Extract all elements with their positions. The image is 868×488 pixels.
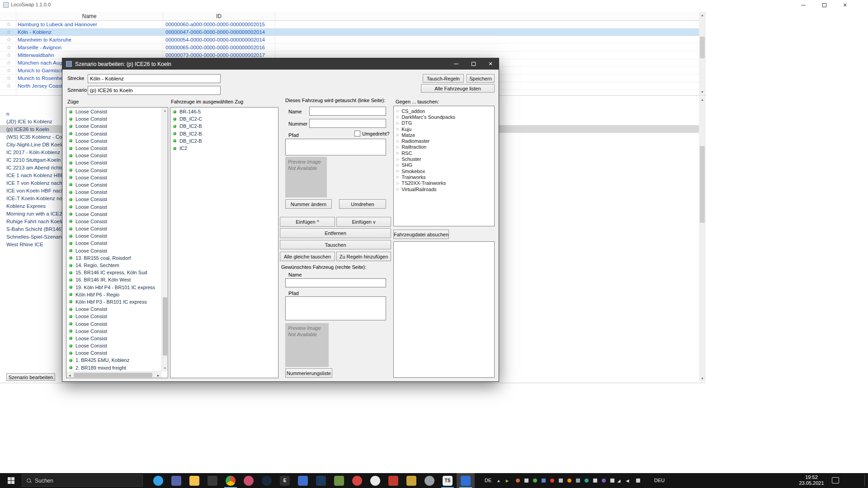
steam-icon[interactable]: [258, 473, 276, 488]
consist-item[interactable]: Loose Consist: [66, 218, 161, 225]
scrollbar-thumb[interactable]: [163, 297, 167, 355]
expand-arrow-icon[interactable]: ▷: [396, 175, 399, 179]
tausch-regeln-button[interactable]: Tausch-Regeln: [423, 74, 464, 83]
consist-item[interactable]: Loose Consist: [66, 181, 161, 188]
left-name-input[interactable]: [309, 107, 386, 116]
minimize-button[interactable]: [793, 0, 814, 10]
consist-item[interactable]: Loose Consist: [66, 174, 161, 181]
tray-icon-9[interactable]: [582, 473, 591, 488]
favorite-star-icon[interactable]: ☆: [6, 67, 14, 74]
edit-scenario-button[interactable]: Szenario bearbeiten: [6, 373, 55, 381]
scroll-down-icon[interactable]: ▼: [699, 375, 706, 382]
hidden-icons-chevron[interactable]: ▲: [496, 473, 505, 488]
scroll-up-icon[interactable]: ▲: [162, 108, 168, 114]
umdrehen-button[interactable]: Umdrehen: [339, 199, 386, 209]
Köln - Koblenz[interactable]: ☆ Köln - Koblenz 00000047-0000-0000-0000…: [0, 28, 699, 36]
favorite-star-icon[interactable]: ☆: [6, 52, 14, 59]
tray-icon-10[interactable]: [591, 473, 599, 488]
chat-app-icon[interactable]: [167, 473, 185, 488]
zuege-horizontal-scrollbar[interactable]: ◀ ▶: [66, 371, 161, 378]
gray-app-icon[interactable]: [420, 473, 439, 488]
scroll-down-icon[interactable]: ▼: [162, 365, 168, 371]
provider-tree-item[interactable]: ▷ RSC: [394, 150, 494, 156]
network-icon[interactable]: ◢: [617, 473, 625, 488]
tray-icon-1[interactable]: [514, 473, 522, 488]
left-nummer-input[interactable]: [309, 119, 386, 128]
vehicle-item[interactable]: DB_IC2-B: [170, 122, 278, 130]
provider-tree-item[interactable]: ▷ DTG: [394, 120, 494, 126]
provider-tree-item[interactable]: ▷ SHG: [394, 162, 494, 168]
dark-app-icon[interactable]: [203, 473, 222, 488]
expand-arrow-icon[interactable]: ▷: [396, 109, 399, 113]
vehicle-item[interactable]: DB_IC2-C: [170, 115, 278, 122]
play-badge-icon[interactable]: ▶: [505, 473, 514, 488]
right-pfad-textarea[interactable]: [285, 296, 386, 320]
provider-tree-item[interactable]: ▷ TS20XX-Trainworks: [394, 180, 494, 186]
consist-item[interactable]: Loose Consist: [66, 247, 161, 254]
consist-item[interactable]: Loose Consist: [66, 159, 161, 166]
consist-item[interactable]: Loose Consist: [66, 137, 161, 145]
consist-item[interactable]: Loose Consist: [66, 115, 161, 122]
vehicle-item[interactable]: IC2: [170, 145, 278, 152]
alle-gleiche-tauschen-button[interactable]: Alle gleiche tauschen: [280, 252, 335, 261]
light-circle-app-icon[interactable]: [366, 473, 384, 488]
speichern-button[interactable]: Speichern: [467, 74, 495, 83]
consist-item[interactable]: Loose Consist: [66, 239, 161, 247]
scroll-right-icon[interactable]: ▶: [155, 372, 161, 378]
tray-icon-8[interactable]: [574, 473, 582, 488]
consist-item[interactable]: 19. Köln Hbf P4 - BR101 IC express: [66, 284, 161, 291]
provider-tree-item[interactable]: ▷ VirtualRailroads: [394, 186, 494, 192]
expand-arrow-icon[interactable]: ▷: [396, 181, 399, 185]
language-badge[interactable]: DE: [485, 478, 491, 483]
nummer-aendern-button[interactable]: Nummer ändern: [285, 199, 332, 209]
scrollbar-thumb[interactable]: [700, 146, 705, 223]
dialog-minimize-button[interactable]: [448, 58, 465, 70]
file-explorer-icon[interactable]: [185, 473, 203, 488]
expand-arrow-icon[interactable]: ▷: [396, 163, 399, 167]
mail-app-icon[interactable]: [294, 473, 312, 488]
consist-item[interactable]: 13. BR155 coal, Roisdorf: [66, 254, 161, 262]
einfuegen-down-button[interactable]: Einfügen v: [336, 217, 391, 227]
provider-tree-item[interactable]: ▷ CS_addon: [394, 108, 494, 114]
scenario-scrollbar[interactable]: ▲ ▼: [699, 96, 706, 382]
zuege-vertical-scrollbar[interactable]: ▲ ▼: [161, 108, 168, 371]
blue-app-icon[interactable]: [312, 473, 330, 488]
vehicle-item[interactable]: DB_IC2-B: [170, 130, 278, 137]
alle-fahrzeuge-listen-button[interactable]: Alle Fahrzeuge listen: [421, 84, 495, 93]
consist-item[interactable]: Loose Consist: [66, 130, 161, 137]
vehicle-item[interactable]: BR-146-5: [170, 108, 278, 115]
expand-arrow-icon[interactable]: ▷: [396, 187, 399, 191]
expand-arrow-icon[interactable]: ▷: [396, 139, 399, 143]
column-header-name[interactable]: Name: [16, 12, 163, 21]
column-header-id[interactable]: ID: [163, 12, 275, 21]
tray-icon-11[interactable]: [599, 473, 608, 488]
taskbar-clock[interactable]: 19:52 23.05.2021: [797, 474, 826, 486]
consist-item[interactable]: Loose Consist: [66, 349, 161, 357]
expand-arrow-icon[interactable]: ▷: [396, 169, 399, 173]
consist-item[interactable]: Loose Consist: [66, 122, 161, 130]
expand-arrow-icon[interactable]: ▷: [396, 127, 399, 131]
routes-scrollbar[interactable]: ▲ ▼: [699, 12, 706, 95]
provider-tree-item[interactable]: ▷ Railtraction: [394, 144, 494, 150]
chrome-icon[interactable]: [222, 473, 240, 488]
consist-item[interactable]: 16. BR146 IR, Köln West: [66, 276, 161, 283]
scroll-up-icon[interactable]: ▲: [699, 96, 706, 103]
vehicle-item[interactable]: DB_IC2-B: [170, 137, 278, 145]
consist-item[interactable]: Loose Consist: [66, 145, 161, 152]
provider-tree-item[interactable]: ▷ Matze: [394, 132, 494, 138]
tray-icon-6[interactable]: [557, 473, 565, 488]
favorite-star-icon[interactable]: ☆: [6, 37, 14, 43]
scroll-left-icon[interactable]: ◀: [66, 372, 73, 378]
expand-arrow-icon[interactable]: ▷: [396, 121, 399, 125]
action-center-icon[interactable]: [832, 477, 839, 483]
Hamburg to Lubeck and Hannover[interactable]: ☆ Hamburg to Lubeck and Hannover 0000006…: [0, 21, 699, 28]
consist-item[interactable]: Loose Consist: [66, 320, 161, 327]
scroll-down-icon[interactable]: ▼: [699, 89, 706, 95]
consist-item[interactable]: Köln Hbf P6 - Regio: [66, 291, 161, 298]
right-name-input[interactable]: [285, 278, 386, 287]
favorite-star-icon[interactable]: ☆: [6, 29, 14, 36]
tray-icon-7[interactable]: [565, 473, 574, 488]
consist-item[interactable]: 14. Regio, Sechtem: [66, 262, 161, 269]
consist-item[interactable]: Loose Consist: [66, 203, 161, 210]
favorite-star-icon[interactable]: ☆: [6, 21, 14, 28]
